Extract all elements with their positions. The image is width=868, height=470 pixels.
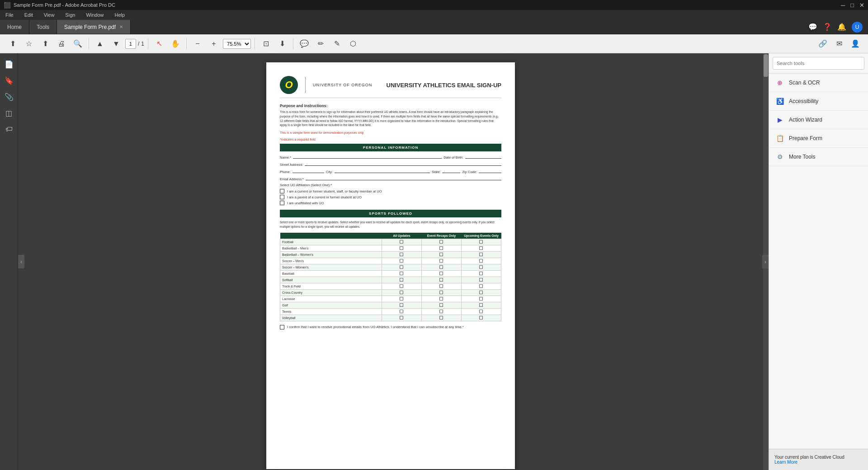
state-field[interactable] xyxy=(442,169,460,173)
sport-checkbox[interactable] xyxy=(400,303,403,307)
menu-view[interactable]: View xyxy=(42,11,57,19)
share-button[interactable]: 👤 xyxy=(848,37,863,51)
sport-checkbox[interactable] xyxy=(479,246,483,250)
sport-checkbox[interactable] xyxy=(400,310,403,313)
sport-checkbox[interactable] xyxy=(439,303,443,307)
dob-field[interactable] xyxy=(465,154,501,159)
sport-checkbox[interactable] xyxy=(439,316,443,320)
menu-sign[interactable]: Sign xyxy=(63,11,77,19)
menu-help[interactable]: Help xyxy=(113,11,127,19)
sport-checkbox[interactable] xyxy=(479,316,483,320)
next-page-button[interactable]: ▼ xyxy=(109,37,123,51)
sport-checkbox[interactable] xyxy=(439,310,443,313)
fit-width-button[interactable]: ⬇ xyxy=(275,37,289,51)
sport-checkbox[interactable] xyxy=(400,284,403,288)
sport-checkbox[interactable] xyxy=(479,240,483,244)
tool-prepare-form[interactable]: 📋 Prepare Form xyxy=(769,129,868,148)
collapse-left-button[interactable]: ‹ xyxy=(18,255,24,268)
sport-checkbox[interactable] xyxy=(479,259,483,263)
sport-checkbox[interactable] xyxy=(439,291,443,294)
sport-checkbox[interactable] xyxy=(439,284,443,288)
link-button[interactable]: 🔗 xyxy=(816,37,830,51)
zoom-out-button[interactable]: − xyxy=(190,37,205,51)
sport-checkbox[interactable] xyxy=(439,259,443,263)
tab-tools[interactable]: Tools xyxy=(29,20,57,34)
select-tool-button[interactable]: ↖ xyxy=(152,37,166,51)
tool-scan-ocr[interactable]: ⊕ Scan & OCR xyxy=(769,74,868,92)
affiliation-checkbox-3[interactable] xyxy=(280,201,284,205)
menu-edit[interactable]: Edit xyxy=(23,11,35,19)
stamp-button[interactable]: ⬡ xyxy=(346,37,360,51)
restore-button[interactable]: □ xyxy=(850,2,854,9)
city-field[interactable] xyxy=(335,169,430,173)
toolbar-search-button[interactable]: 🔍 xyxy=(71,37,85,51)
sidebar-bookmark-icon[interactable]: 🔖 xyxy=(2,73,16,88)
sport-checkbox[interactable] xyxy=(439,253,443,256)
sidebar-layers-icon[interactable]: ◫ xyxy=(2,106,16,120)
sport-checkbox[interactable] xyxy=(439,240,443,244)
menu-window[interactable]: Window xyxy=(84,11,105,19)
sport-checkbox[interactable] xyxy=(479,265,483,269)
sport-checkbox[interactable] xyxy=(400,278,403,282)
tab-close-button[interactable]: ✕ xyxy=(119,24,123,29)
user-avatar[interactable]: U xyxy=(852,22,863,33)
toolbar-upload-button[interactable]: ⬆ xyxy=(5,37,20,51)
sport-checkbox[interactable] xyxy=(479,303,483,307)
sidebar-tag-icon[interactable]: 🏷 xyxy=(2,122,16,136)
tool-more-tools[interactable]: ⚙ More Tools xyxy=(769,148,868,166)
notifications-icon[interactable]: 🔔 xyxy=(837,23,846,31)
prev-page-button[interactable]: ▲ xyxy=(93,37,107,51)
sport-checkbox[interactable] xyxy=(479,284,483,288)
help-icon[interactable]: ❓ xyxy=(823,23,832,31)
close-button[interactable]: ✕ xyxy=(859,2,864,9)
comment-button[interactable]: 💬 xyxy=(297,37,311,51)
comments-icon[interactable]: 💬 xyxy=(808,23,817,31)
sport-checkbox[interactable] xyxy=(400,265,403,269)
hand-tool-button[interactable]: ✋ xyxy=(168,37,183,51)
fit-page-button[interactable]: ⊡ xyxy=(259,37,273,51)
toolbar-print-button[interactable]: 🖨 xyxy=(54,37,69,51)
search-input[interactable] xyxy=(773,57,864,70)
menu-file[interactable]: File xyxy=(4,11,15,19)
email-button[interactable]: ✉ xyxy=(832,37,846,51)
email-field[interactable] xyxy=(306,176,501,180)
sport-checkbox[interactable] xyxy=(479,291,483,294)
sport-checkbox[interactable] xyxy=(400,291,403,294)
sport-checkbox[interactable] xyxy=(439,246,443,250)
sport-checkbox[interactable] xyxy=(400,259,403,263)
sport-checkbox[interactable] xyxy=(439,278,443,282)
sport-checkbox[interactable] xyxy=(400,253,403,256)
tab-active-document[interactable]: Sample Form Pre.pdf ✕ xyxy=(57,20,131,34)
tool-action-wizard[interactable]: ▶ Action Wizard xyxy=(769,111,868,129)
zoom-in-button[interactable]: + xyxy=(207,37,221,51)
sport-checkbox[interactable] xyxy=(479,297,483,301)
sidebar-page-icon[interactable]: 📄 xyxy=(2,57,16,71)
draw-button[interactable]: ✏ xyxy=(313,37,328,51)
tab-home[interactable]: Home xyxy=(0,20,29,34)
scrollbar-thumb[interactable] xyxy=(764,54,768,77)
sport-checkbox[interactable] xyxy=(400,316,403,320)
sport-checkbox[interactable] xyxy=(400,297,403,301)
sport-checkbox[interactable] xyxy=(479,278,483,282)
tool-accessibility[interactable]: ♿ Accessibility xyxy=(769,92,868,111)
affiliation-checkbox-1[interactable] xyxy=(280,189,284,193)
zoom-select[interactable]: 75.5% 50% 100% 125% xyxy=(223,39,251,49)
confirm-checkbox[interactable] xyxy=(280,325,284,329)
highlight-button[interactable]: ✎ xyxy=(330,37,344,51)
minimize-button[interactable]: ─ xyxy=(841,2,845,9)
sport-checkbox[interactable] xyxy=(400,246,403,250)
sport-checkbox[interactable] xyxy=(439,297,443,301)
phone-field[interactable] xyxy=(292,169,324,173)
affiliation-checkbox-2[interactable] xyxy=(280,195,284,199)
toolbar-star-button[interactable]: ☆ xyxy=(22,37,36,51)
sport-checkbox[interactable] xyxy=(439,272,443,275)
sport-checkbox[interactable] xyxy=(400,272,403,275)
page-number-input[interactable] xyxy=(125,39,136,49)
sport-checkbox[interactable] xyxy=(400,240,403,244)
sport-checkbox[interactable] xyxy=(479,272,483,275)
sport-checkbox[interactable] xyxy=(439,265,443,269)
sport-checkbox[interactable] xyxy=(479,310,483,313)
toolbar-share-button[interactable]: ⬆ xyxy=(38,37,52,51)
collapse-right-button[interactable]: › xyxy=(762,255,769,268)
sidebar-attachment-icon[interactable]: 📎 xyxy=(2,89,16,104)
